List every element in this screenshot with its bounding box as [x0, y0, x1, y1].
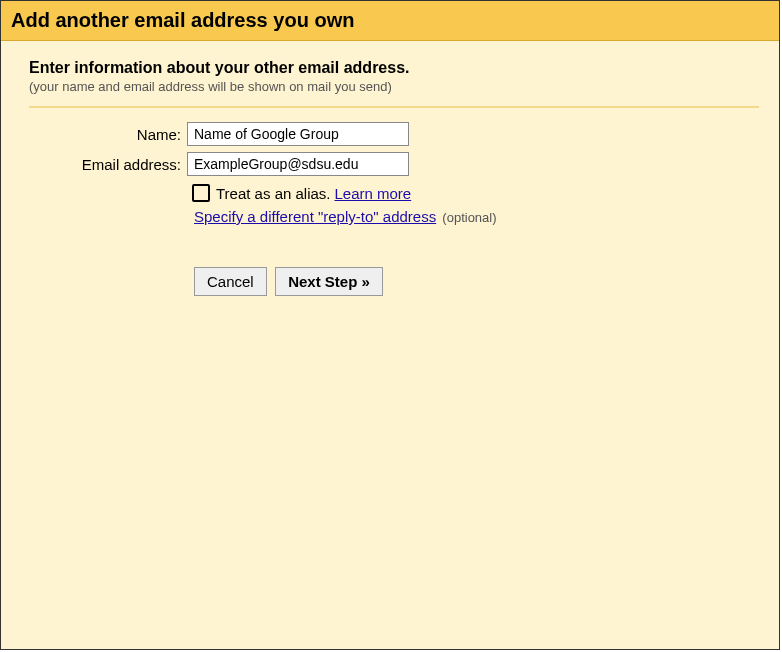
dialog-content: Enter information about your other email…	[1, 41, 779, 649]
learn-more-link[interactable]: Learn more	[335, 185, 412, 202]
content-heading: Enter information about your other email…	[29, 59, 759, 77]
cancel-button[interactable]: Cancel	[194, 267, 267, 296]
name-label: Name:	[29, 126, 187, 143]
name-input[interactable]	[187, 122, 409, 146]
alias-row: Treat as an alias. Learn more	[29, 184, 759, 202]
reply-to-optional: (optional)	[442, 210, 496, 225]
name-row: Name:	[29, 122, 759, 146]
dialog-title: Add another email address you own	[1, 1, 779, 41]
reply-to-row: Specify a different "reply-to" address (…	[29, 208, 759, 225]
email-row: Email address:	[29, 152, 759, 176]
email-input[interactable]	[187, 152, 409, 176]
divider	[29, 106, 759, 108]
content-subheading: (your name and email address will be sho…	[29, 79, 759, 94]
alias-label: Treat as an alias.	[216, 185, 331, 202]
alias-checkbox[interactable]	[192, 184, 210, 202]
next-step-button[interactable]: Next Step »	[275, 267, 383, 296]
email-label: Email address:	[29, 156, 187, 173]
button-row: Cancel Next Step »	[29, 267, 759, 296]
add-email-dialog: Add another email address you own Enter …	[0, 0, 780, 650]
reply-to-link[interactable]: Specify a different "reply-to" address	[194, 208, 436, 225]
